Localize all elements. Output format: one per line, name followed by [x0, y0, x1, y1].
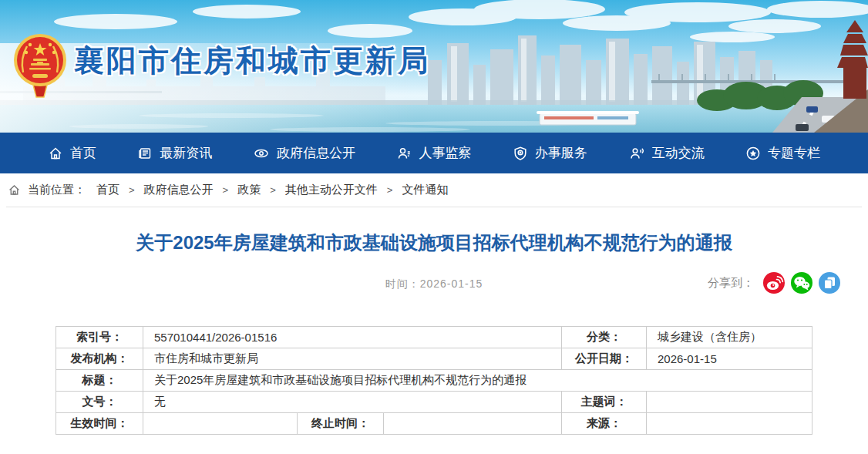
effective-date-label: 生效时间：: [56, 413, 143, 435]
nav-item-personnel[interactable]: 人事监察: [396, 144, 471, 162]
doc-no-value: 无: [143, 392, 562, 413]
breadcrumb-home-icon: [8, 183, 21, 197]
nav-item-home[interactable]: 首页: [48, 144, 96, 162]
pagoda-silhouette: [837, 20, 868, 99]
national-emblem: [12, 29, 68, 103]
nav-item-gov-info[interactable]: 政府信息公开: [253, 144, 355, 162]
site-title: 襄阳市住房和城市更新局: [74, 40, 430, 82]
wechat-share-icon[interactable]: [791, 272, 812, 294]
divider: [6, 207, 862, 207]
table-row: 生效时间： 终止时间： 来源：: [56, 413, 812, 435]
source-label: 来源：: [562, 413, 647, 435]
news-icon: [137, 146, 153, 161]
chat-icon: [628, 146, 645, 161]
keywords-value: [647, 392, 812, 413]
keywords-label: 主题词：: [562, 392, 647, 413]
nav-item-news[interactable]: 最新资讯: [137, 144, 212, 162]
table-row: 文号： 无 主题词：: [56, 392, 812, 413]
home-icon: [48, 146, 63, 161]
time-value: 2026-01-15: [420, 277, 483, 290]
table-row: 索引号： 557010441/2026-01516 分类： 城乡建设（含住房）: [56, 327, 812, 348]
publisher-value: 市住房和城市更新局: [143, 348, 562, 370]
category-value: 城乡建设（含住房）: [647, 327, 812, 348]
weibo-share-icon[interactable]: [763, 272, 785, 294]
expiry-date-value: [384, 413, 562, 435]
index-no-value: 557010441/2026-01516: [143, 327, 562, 348]
shield-icon: [513, 146, 528, 161]
breadcrumb-link-policy[interactable]: 政策: [237, 183, 261, 197]
eye-icon: [253, 146, 270, 161]
star-icon: [745, 146, 761, 161]
document-meta-table: 索引号： 557010441/2026-01516 分类： 城乡建设（含住房） …: [56, 326, 812, 435]
copy-share-icon[interactable]: [819, 272, 840, 294]
nav-label: 人事监察: [419, 144, 471, 162]
publish-date-value: 2026-01-15: [647, 348, 812, 370]
table-row: 发布机构： 市住房和城市更新局 公开日期： 2026-01-15: [56, 348, 812, 370]
main-nav: 首页 最新资讯 政府信息公开 人事监察 办事服务 互动交流: [0, 133, 868, 173]
breadcrumb: 当前位置： 首页 > 政府信息公开 > 政策 > 其他主动公开文件 > 文件通知: [0, 173, 868, 207]
breadcrumb-link-notices[interactable]: 文件通知: [402, 183, 448, 197]
breadcrumb-link-gov-info[interactable]: 政府信息公开: [144, 183, 214, 197]
breadcrumb-prefix: 当前位置：: [28, 183, 86, 197]
breadcrumb-link-other-docs[interactable]: 其他主动公开文件: [285, 183, 378, 197]
share-group: 分享到：: [708, 272, 840, 294]
category-label: 分类：: [562, 327, 647, 348]
nav-item-topics[interactable]: 专题专栏: [745, 144, 820, 162]
expiry-date-label: 终止时间：: [298, 413, 384, 435]
doc-title-label: 标题：: [56, 370, 143, 392]
article-title: 关于2025年房屋建筑和市政基础设施项目招标代理机构不规范行为的通报: [49, 230, 819, 255]
publisher-label: 发布机构：: [56, 348, 143, 370]
nav-item-services[interactable]: 办事服务: [513, 144, 587, 162]
breadcrumb-separator: >: [387, 184, 393, 196]
nav-label: 办事服务: [535, 144, 587, 162]
breadcrumb-separator: >: [223, 184, 229, 196]
effective-date-value: [143, 413, 298, 435]
breadcrumb-separator: >: [129, 184, 135, 196]
header-banner: 襄阳市住房和城市更新局: [0, 0, 868, 133]
breadcrumb-separator: >: [270, 184, 276, 196]
person-icon: [396, 146, 412, 161]
table-row: 标题： 关于2025年房屋建筑和市政基础设施项目招标代理机构不规范行为的通报: [56, 370, 812, 392]
nav-item-interaction[interactable]: 互动交流: [628, 144, 705, 162]
index-no-label: 索引号：: [56, 327, 143, 348]
nav-label: 政府信息公开: [277, 144, 355, 162]
breadcrumb-link-home[interactable]: 首页: [96, 183, 119, 197]
publish-date-label: 公开日期：: [562, 348, 647, 370]
share-label: 分享到：: [708, 276, 754, 291]
source-value: [647, 413, 812, 435]
nav-label: 首页: [70, 144, 96, 162]
nav-label: 专题专栏: [768, 144, 820, 162]
article-meta-bar: 时间：2026-01-15 分享到：: [0, 272, 868, 297]
nav-label: 互动交流: [652, 144, 705, 162]
doc-title-value: 关于2025年房屋建筑和市政基础设施项目招标代理机构不规范行为的通报: [143, 370, 812, 392]
time-label: 时间：: [385, 277, 420, 290]
nav-label: 最新资讯: [160, 144, 212, 162]
doc-no-label: 文号：: [56, 392, 143, 413]
